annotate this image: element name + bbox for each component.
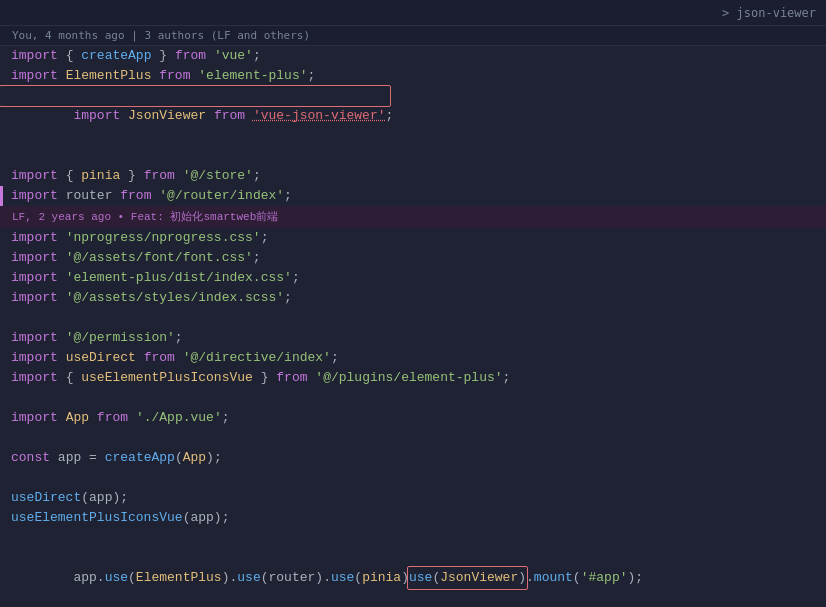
breadcrumb-item: > json-viewer (722, 6, 816, 20)
code-line-outlined: import JsonViewer from 'vue-json-viewer'… (0, 86, 826, 166)
git-inline-annotation: LF, 2 years ago • Feat: 初始化smartweb前端 (0, 206, 826, 228)
code-line: import '@/assets/font/font.css'; (0, 248, 826, 268)
code-line: import 'nprogress/nprogress.css'; (0, 228, 826, 248)
empty-line (0, 308, 826, 328)
code-line: import '@/assets/styles/index.scss'; (0, 288, 826, 308)
code-line: import ElementPlus from 'element-plus'; (0, 66, 826, 86)
git-blame-header: You, 4 months ago | 3 authors (LF and ot… (0, 26, 826, 46)
empty-line (0, 528, 826, 548)
code-line: import { useElementPlusIconsVue } from '… (0, 368, 826, 388)
empty-line (0, 428, 826, 448)
code-line: useElementPlusIconsVue(app); (0, 508, 826, 528)
code-line: useDirect(app); (0, 488, 826, 508)
code-line: const app = createApp(App); (0, 448, 826, 468)
code-line: import { pinia } from '@/store'; (0, 166, 826, 186)
code-line-git: import router from '@/router/index'; LF,… (0, 186, 826, 228)
top-bar: > json-viewer (0, 0, 826, 26)
code-line-final: app.use(ElementPlus).use(router).use(pin… (0, 548, 826, 607)
code-line: import App from './App.vue'; (0, 408, 826, 428)
code-line: import 'element-plus/dist/index.css'; (0, 268, 826, 288)
code-line: import { createApp } from 'vue'; (0, 46, 826, 66)
code-editor[interactable]: import { createApp } from 'vue'; import … (0, 46, 826, 607)
empty-line (0, 388, 826, 408)
empty-line (0, 468, 826, 488)
code-line: import useDirect from '@/directive/index… (0, 348, 826, 368)
editor-window: > json-viewer You, 4 months ago | 3 auth… (0, 0, 826, 607)
code-line: import '@/permission'; (0, 328, 826, 348)
